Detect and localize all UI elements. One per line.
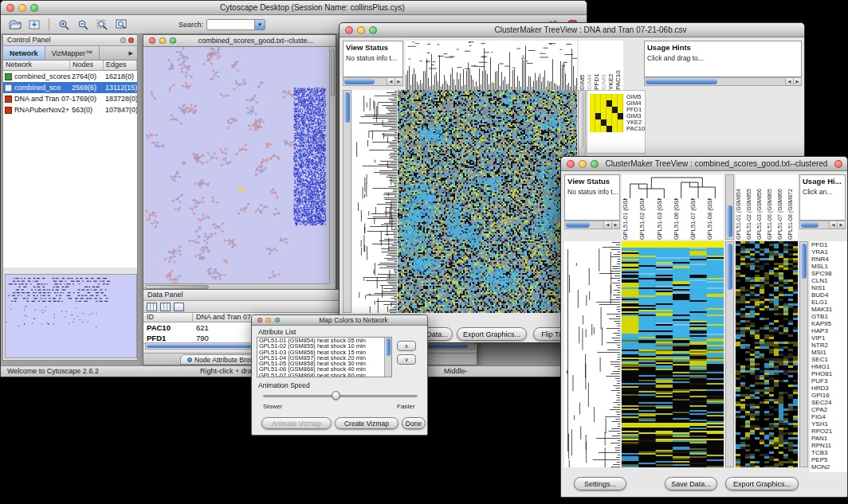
- scroll-right-icon[interactable]: ▶: [611, 221, 619, 229]
- matrix-cell[interactable]: [601, 100, 607, 107]
- gene-label[interactable]: KAP95: [810, 320, 847, 327]
- export-graphics-button[interactable]: Export Graphics...: [725, 477, 799, 490]
- gene-label[interactable]: YRA1: [810, 248, 847, 256]
- create-vizmap-button[interactable]: Create Vizmap: [335, 417, 398, 429]
- matrix-cell[interactable]: [607, 100, 612, 107]
- matrix-cell[interactable]: [612, 119, 618, 126]
- gene-label[interactable]: GPI16: [810, 392, 847, 399]
- row-dendrogram[interactable]: [352, 90, 397, 313]
- gene-label[interactable]: PUF3: [810, 377, 847, 385]
- minimize-icon[interactable]: [357, 26, 365, 34]
- attribute-list-scrollbar[interactable]: [384, 338, 391, 377]
- matrix-cell[interactable]: [607, 126, 612, 132]
- move-down-button[interactable]: ∨: [397, 354, 416, 365]
- zoom-icon[interactable]: [170, 37, 176, 44]
- scroll-left-icon[interactable]: ◀: [387, 78, 395, 85]
- attribute-list-item[interactable]: GPL51-07 (GSM868) heat shock 60 min: [259, 373, 391, 377]
- done-button[interactable]: Done: [402, 417, 426, 429]
- gene-label[interactable]: RNR4: [810, 256, 847, 263]
- close-icon[interactable]: [834, 160, 842, 168]
- matrix-cell[interactable]: [595, 126, 601, 132]
- scroll-right-icon[interactable]: ▶: [837, 221, 845, 229]
- minimize-icon[interactable]: [266, 318, 271, 322]
- usage-hints-scrollbar[interactable]: ◀ ▶: [799, 221, 846, 229]
- open-session-icon[interactable]: [7, 18, 23, 32]
- settings-button[interactable]: Settings...: [574, 477, 626, 490]
- matrix-cell[interactable]: [618, 100, 623, 107]
- matrix-cell[interactable]: [618, 113, 623, 119]
- animation-speed-slider[interactable]: [263, 395, 418, 397]
- animate-vizmap-button[interactable]: Animate Vizmap: [261, 417, 332, 429]
- gene-label[interactable]: MSL1: [810, 263, 847, 270]
- matrix-cell[interactable]: [601, 126, 607, 132]
- zoom-icon[interactable]: [591, 160, 599, 168]
- row-dendrogram[interactable]: [564, 241, 620, 467]
- delete-attribute-icon[interactable]: [174, 303, 184, 311]
- network-overview-thumbnail[interactable]: [5, 274, 137, 358]
- matrix-cell[interactable]: [595, 107, 601, 113]
- matrix-cell[interactable]: [618, 94, 623, 100]
- gene-label[interactable]: FIG4: [810, 413, 847, 420]
- select-attributes-icon[interactable]: [147, 303, 157, 311]
- gene-label[interactable]: CPA2: [810, 406, 847, 413]
- save-data-button[interactable]: Save Data...: [665, 477, 717, 490]
- col-network[interactable]: Network: [3, 61, 70, 70]
- scroll-left-icon[interactable]: ◀: [829, 221, 837, 229]
- scroll-left-icon[interactable]: ◀: [603, 221, 611, 229]
- network-list-row[interactable]: combined_scores2764(0)16218(0): [3, 71, 137, 82]
- col-nodes[interactable]: Nodes: [70, 61, 104, 70]
- matrix-cell[interactable]: [612, 107, 618, 113]
- tab-vizmapper[interactable]: VizMapper™: [45, 46, 100, 60]
- matrix-cell[interactable]: [590, 126, 595, 132]
- matrix-cell[interactable]: [590, 113, 595, 119]
- scroll-right-icon[interactable]: ▶: [793, 78, 801, 85]
- close-icon[interactable]: [149, 37, 155, 44]
- treeview-combined-titlebar[interactable]: ClusterMaker TreeView : combined_scores_…: [561, 157, 847, 171]
- correlation-matrix[interactable]: [590, 94, 623, 132]
- matrix-cell[interactable]: [595, 113, 601, 119]
- float-panel-icon[interactable]: [120, 37, 126, 43]
- top-vertical-scrollbar[interactable]: [725, 174, 734, 240]
- tab-network[interactable]: Network: [3, 46, 45, 60]
- gene-label[interactable]: MON2: [810, 463, 847, 471]
- attribute-list[interactable]: GPL51-01 (GSM854) heat shock 05 minGPL51…: [257, 337, 392, 377]
- matrix-cell[interactable]: [595, 100, 601, 107]
- usage-hints-scrollbar[interactable]: ◀ ▶: [644, 77, 802, 86]
- zoom-icon[interactable]: [30, 4, 38, 12]
- network-list-row[interactable]: DNA and Tran 07-21769(0)183728(0): [3, 93, 137, 104]
- minimize-icon[interactable]: [18, 4, 26, 12]
- matrix-cell[interactable]: [590, 119, 595, 126]
- gene-label[interactable]: CLN1: [810, 277, 847, 284]
- gene-list-scrollbar[interactable]: [799, 241, 808, 467]
- gene-label[interactable]: HRD3: [810, 385, 847, 392]
- slider-thumb[interactable]: [332, 391, 340, 400]
- network-view-titlebar[interactable]: combined_scores_good.txt--cluste...: [143, 35, 336, 47]
- matrix-cell[interactable]: [590, 107, 595, 113]
- network-graph-canvas[interactable]: [144, 47, 331, 284]
- col-edges[interactable]: Edges: [104, 61, 137, 70]
- gene-label[interactable]: HAP3: [810, 327, 847, 334]
- gene-label[interactable]: RPO21: [810, 428, 847, 435]
- matrix-cell[interactable]: [607, 113, 612, 119]
- matrix-cell[interactable]: [612, 94, 618, 100]
- matrix-cell[interactable]: [607, 107, 612, 113]
- matrix-cell[interactable]: [595, 94, 601, 100]
- matrix-cell[interactable]: [618, 126, 623, 132]
- search-input[interactable]: ▼: [206, 19, 265, 30]
- global-heatmap[interactable]: [736, 241, 798, 467]
- matrix-cell[interactable]: [607, 119, 612, 126]
- matrix-cell[interactable]: [595, 119, 601, 126]
- minimize-icon[interactable]: [579, 160, 587, 168]
- gene-label[interactable]: SPC98: [810, 270, 847, 277]
- zoom-fit-icon[interactable]: [113, 18, 129, 32]
- combo-arrow-icon[interactable]: ▼: [254, 20, 265, 29]
- gene-label[interactable]: PFD1: [810, 241, 847, 248]
- network-list-row[interactable]: RNAPuberNov2+563(0)107847(0): [3, 104, 137, 115]
- gene-label[interactable]: ELG1: [810, 299, 847, 306]
- column-dendrogram[interactable]: [405, 41, 577, 90]
- heatmap-left-scrollbar[interactable]: [343, 90, 351, 313]
- column-dendrogram[interactable]: [622, 174, 724, 198]
- matrix-cell[interactable]: [607, 94, 612, 100]
- dialog-titlebar[interactable]: Map Colors to Network: [252, 315, 427, 326]
- gene-label[interactable]: SEC1: [810, 356, 847, 363]
